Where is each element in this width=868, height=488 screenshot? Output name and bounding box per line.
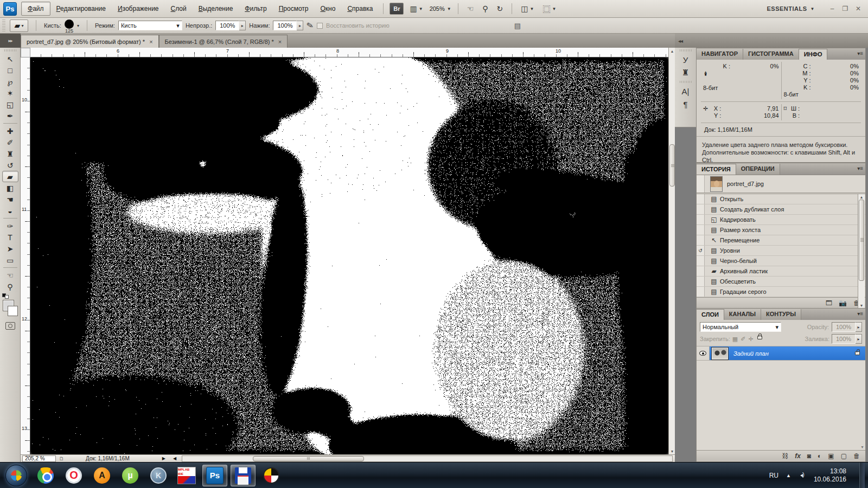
history-source-cell[interactable] [697, 277, 705, 286]
clone-stamp-tool[interactable]: ♜ [2, 148, 18, 159]
opacity-input[interactable]: 100% [215, 21, 239, 30]
rotate-view-icon[interactable]: ↻ [494, 3, 507, 15]
background-color-swatch[interactable] [8, 306, 18, 316]
layer-visibility-cell[interactable] [697, 346, 710, 360]
brush-tool[interactable]: ✐ [2, 137, 18, 148]
menu-filter[interactable]: Фильтр [239, 2, 272, 15]
dock-collapse-bar[interactable]: ◂◂ [675, 34, 868, 48]
menu-file[interactable]: Файл [21, 2, 50, 16]
history-source-cell[interactable] [697, 287, 705, 297]
eyedropper-icon[interactable]: ✒ [703, 70, 710, 76]
vertical-scrollbar[interactable]: ▲ ▼ [668, 48, 675, 454]
taskbar-opera-icon[interactable]: O [61, 465, 86, 486]
layer-fill-input[interactable]: 100% [832, 334, 856, 344]
history-source-cell[interactable] [697, 225, 705, 235]
character-panel-icon[interactable]: A| [679, 85, 693, 98]
eraser-tool-selected[interactable]: ▰ [2, 171, 18, 182]
marquee-tool[interactable]: □ [2, 65, 18, 76]
history-source-cell[interactable] [697, 266, 705, 276]
healing-brush-tool[interactable]: ✚ [2, 125, 18, 137]
scroll-left-icon[interactable]: ◀ [173, 456, 176, 461]
brush-preset-picker[interactable]: 125 [65, 18, 74, 34]
workspace-switcher[interactable]: ESSENTIALS▼ [767, 5, 815, 12]
history-source-cell[interactable] [697, 204, 705, 214]
pen-tool[interactable]: ✑ [2, 220, 18, 232]
restore-button[interactable]: ❐ [840, 4, 851, 14]
taskbar-photoshop-icon[interactable]: Ps [202, 465, 227, 486]
tab-history[interactable]: ИСТОРИЯ [697, 164, 736, 175]
menu-view[interactable]: Просмотр [273, 2, 315, 15]
history-source-cell[interactable] [697, 256, 705, 266]
scroll-down-icon[interactable]: ▼ [858, 303, 865, 308]
history-source-cell[interactable] [697, 194, 705, 204]
current-tool-eraser-icon[interactable]: ▰▾ [10, 20, 28, 32]
close-icon[interactable]: × [278, 38, 282, 45]
tab-navigator[interactable]: НАВИГАТОР [697, 49, 743, 60]
brushes-panel-icon[interactable]: У [679, 53, 693, 66]
layer-opacity-slider-button[interactable]: ▸ [856, 322, 862, 332]
layer-style-icon[interactable]: fx [795, 452, 801, 460]
flow-slider-button[interactable]: ▸ [297, 21, 303, 30]
menu-edit[interactable]: Редактирование [50, 2, 112, 15]
screen-mode-icon[interactable]: ⿴▼ [539, 3, 559, 15]
taskbar-utorrent-icon[interactable]: µ [118, 465, 143, 486]
tab-actions[interactable]: ОПЕРАЦИИ [736, 164, 780, 175]
history-step-canvas-size[interactable]: ▤ Размер холста [697, 225, 865, 235]
layer-group-icon[interactable]: ▣ [828, 452, 834, 460]
history-snapshot-row[interactable]: portret_d7.jpg [697, 175, 865, 194]
close-icon[interactable]: × [149, 38, 152, 45]
zoom-tool[interactable]: ⚲ [2, 281, 18, 292]
quick-mask-button[interactable] [5, 322, 15, 330]
tab-info[interactable]: ИНФО [799, 49, 828, 60]
erase-to-history-checkbox[interactable] [317, 23, 323, 29]
shape-tool[interactable]: ▭ [2, 254, 18, 266]
hand-tool[interactable]: ☜ [2, 269, 18, 281]
start-button[interactable] [5, 465, 27, 486]
new-document-from-state-icon[interactable]: 🗔 [826, 299, 832, 307]
lock-all-icon[interactable] [757, 336, 762, 339]
adjustment-layer-icon[interactable]: ◐ [818, 452, 821, 460]
document-tab-untitled[interactable]: Безимени-1 @ 66,7% (Слой 7, RGB/8) * × [159, 35, 288, 48]
taskbar-mplab-icon[interactable]: MPLAB IDE [174, 465, 199, 486]
history-step-black-white[interactable]: ▤ Черно-белый [697, 256, 865, 266]
taskbar-floppy-app-icon[interactable] [231, 465, 256, 486]
menu-help[interactable]: Справка [341, 2, 379, 15]
chevron-down-icon[interactable]: ▾ [77, 23, 79, 28]
history-step-crop[interactable]: ◱ Кадрировать [697, 215, 865, 225]
zoom-percent-input[interactable]: 205,2 % [22, 455, 56, 462]
airbrush-icon[interactable]: ✎ [306, 20, 315, 31]
layer-opacity-input[interactable]: 100% [832, 322, 856, 332]
status-menu-arrow-icon[interactable]: ▶ [162, 456, 165, 461]
mode-select[interactable]: Кисть▾ [118, 21, 182, 30]
move-tool[interactable]: ↖ [2, 53, 18, 65]
history-source-cell[interactable] [697, 175, 705, 192]
clone-source-panel-icon[interactable]: ♜ [679, 66, 693, 79]
link-layers-icon[interactable]: ⛓ [782, 452, 788, 460]
tab-channels[interactable]: КАНАЛЫ [724, 309, 761, 320]
scroll-up-icon[interactable]: ▲ [858, 194, 865, 200]
eyedropper-tool[interactable]: ✒ [2, 110, 18, 121]
toggle-panels-icon[interactable]: ▤ [514, 22, 521, 30]
language-indicator[interactable]: RU [769, 472, 778, 479]
menu-window[interactable]: Окно [314, 2, 341, 15]
menu-image[interactable]: Изображение [112, 2, 165, 15]
layer-fill-slider-button[interactable]: ▸ [856, 334, 862, 344]
show-desktop-button[interactable] [859, 463, 865, 488]
document-tab-portret[interactable]: portret_d7.jpg @ 205% (Битовый формат) *… [21, 35, 159, 48]
paragraph-panel-icon[interactable]: ¶ [679, 98, 693, 111]
flow-input[interactable]: 100% [273, 21, 297, 30]
document-canvas[interactable] [30, 57, 668, 454]
horizontal-scroll-thumb[interactable] [253, 456, 364, 461]
tray-expand-icon[interactable]: ▲ [786, 473, 791, 478]
new-snapshot-icon[interactable]: 📷 [839, 299, 847, 307]
zoom-tool-icon[interactable]: ⚲ [479, 3, 491, 15]
minimize-button[interactable]: – [827, 4, 838, 14]
default-swap-colors-icon[interactable] [2, 293, 11, 299]
history-scrollbar[interactable]: ▲ ▼ [858, 194, 865, 308]
tray-clock[interactable]: 13:08 10.06.2016 [814, 467, 852, 484]
bridge-button[interactable]: Br [390, 3, 404, 15]
layer-mask-icon[interactable]: ◙ [807, 452, 811, 460]
history-step-duplicate-layer[interactable]: ▤ Создать дубликат слоя [697, 204, 865, 215]
panel-menu-icon[interactable]: ▾≡ [857, 165, 863, 171]
taskbar-kmplayer-icon[interactable]: K [146, 465, 171, 486]
